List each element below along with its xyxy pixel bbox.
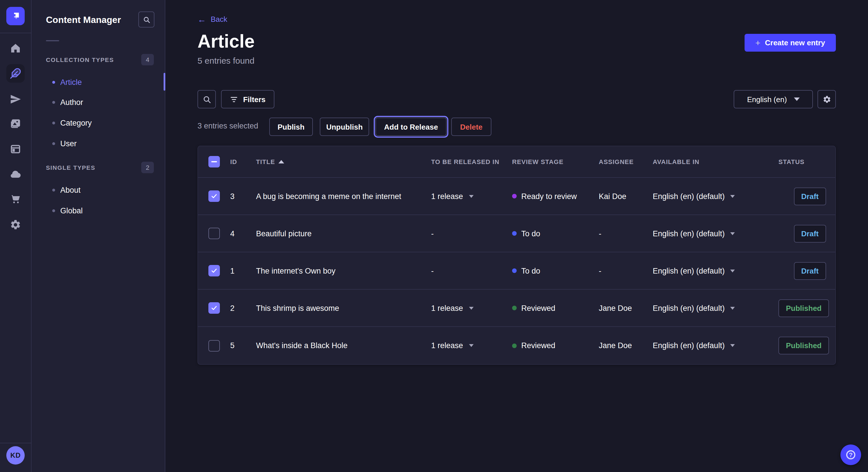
sidebar-item-category[interactable]: Category bbox=[52, 117, 92, 129]
bullet-icon bbox=[52, 189, 55, 191]
cell-release[interactable]: 1 release bbox=[431, 192, 512, 200]
cell-review-stage: Reviewed bbox=[512, 341, 599, 350]
header-assignee[interactable]: ASSIGNEE bbox=[599, 158, 653, 165]
help-button[interactable]: ? bbox=[840, 444, 861, 465]
plus-icon: + bbox=[755, 38, 761, 47]
settings-gear-icon[interactable] bbox=[10, 219, 21, 231]
back-label: Back bbox=[211, 15, 227, 24]
sidebar-item-user[interactable]: User bbox=[52, 138, 76, 149]
check-icon bbox=[211, 193, 218, 200]
strapi-logo[interactable] bbox=[6, 7, 25, 25]
chevron-down-icon bbox=[731, 269, 735, 272]
indeterminate-icon bbox=[211, 161, 217, 162]
delete-button[interactable]: Delete bbox=[451, 117, 491, 136]
media-library-icon[interactable] bbox=[10, 118, 21, 130]
page-title: Article bbox=[197, 31, 255, 52]
sidebar-item-about[interactable]: About bbox=[52, 184, 81, 196]
select-all-checkbox[interactable] bbox=[208, 156, 220, 167]
cell-available-in[interactable]: English (en) (default) bbox=[653, 304, 778, 312]
cell-title: This shrimp is awesome bbox=[256, 304, 431, 312]
cell-assignee: Jane Doe bbox=[599, 304, 653, 312]
rail-divider bbox=[0, 33, 32, 33]
header-status[interactable]: STATUS bbox=[778, 158, 835, 165]
chevron-down-icon bbox=[731, 195, 735, 198]
cell-available-in[interactable]: English (en) (default) bbox=[653, 229, 778, 238]
table-row[interactable]: 4 Beautiful picture - To do - English (e… bbox=[198, 215, 835, 252]
marketplace-cart-icon[interactable] bbox=[10, 193, 21, 205]
filters-label: Filters bbox=[243, 95, 266, 103]
content-manager-sidebar: Content Manager COLLECTION TYPES 4 Artic… bbox=[32, 0, 165, 472]
bullet-icon bbox=[52, 101, 55, 103]
table-header-row: ID TITLE TO BE RELEASED IN REVIEW STAGE … bbox=[198, 146, 835, 178]
table-row[interactable]: 2 This shrimp is awesome 1 release Revie… bbox=[198, 290, 835, 327]
sidebar-divider bbox=[46, 40, 59, 41]
table-row[interactable]: 3 A bug is becoming a meme on the intern… bbox=[198, 178, 835, 215]
create-new-entry-button[interactable]: + Create new entry bbox=[745, 34, 836, 52]
filters-button[interactable]: Filters bbox=[221, 90, 274, 108]
row-checkbox[interactable] bbox=[208, 228, 220, 239]
stage-dot-icon bbox=[512, 343, 517, 348]
content-type-builder-icon[interactable] bbox=[10, 143, 21, 155]
bullet-icon bbox=[52, 142, 55, 145]
cell-id: 4 bbox=[230, 229, 256, 238]
cell-title: What's inside a Black Hole bbox=[256, 341, 431, 350]
row-checkbox[interactable] bbox=[208, 265, 220, 276]
header-title-label: TITLE bbox=[256, 158, 275, 165]
cloud-icon[interactable] bbox=[10, 169, 21, 180]
header-to-be-released-in[interactable]: TO BE RELEASED IN bbox=[431, 158, 512, 165]
cell-assignee: Kai Doe bbox=[599, 192, 653, 200]
status-badge: Draft bbox=[794, 187, 826, 205]
cell-available-in[interactable]: English (en) (default) bbox=[653, 192, 778, 200]
cell-review-stage: Reviewed bbox=[512, 304, 599, 312]
home-icon[interactable] bbox=[10, 42, 21, 54]
cell-assignee: - bbox=[599, 229, 653, 238]
entries-table: ID TITLE TO BE RELEASED IN REVIEW STAGE … bbox=[197, 146, 836, 365]
content-manager-icon[interactable] bbox=[6, 64, 25, 82]
chevron-down-icon bbox=[469, 307, 473, 309]
chevron-down-icon bbox=[731, 344, 735, 347]
cell-release[interactable]: 1 release bbox=[431, 341, 512, 350]
row-checkbox[interactable] bbox=[208, 340, 220, 351]
search-icon bbox=[203, 95, 211, 103]
back-link[interactable]: ← Back bbox=[197, 15, 227, 24]
add-to-release-button[interactable]: Add to Release bbox=[375, 117, 446, 136]
table-row[interactable]: 1 The internet's Own boy - To do - Engli… bbox=[198, 252, 835, 290]
chevron-down-icon bbox=[469, 344, 473, 347]
back-arrow-icon: ← bbox=[197, 15, 206, 24]
cell-release[interactable]: 1 release bbox=[431, 304, 512, 312]
sidebar-item-article[interactable]: Article bbox=[52, 76, 82, 88]
selection-count: 3 entries selected bbox=[197, 122, 258, 130]
collection-types-count: 4 bbox=[141, 54, 154, 65]
sidebar-search-button[interactable] bbox=[138, 11, 154, 28]
sidebar-item-label: Category bbox=[60, 119, 92, 127]
cell-id: 1 bbox=[230, 266, 256, 275]
unpublish-button[interactable]: Unpublish bbox=[320, 117, 369, 136]
single-types-label: SINGLE TYPES bbox=[46, 164, 95, 171]
cell-available-in[interactable]: English (en) (default) bbox=[653, 266, 778, 275]
view-settings-button[interactable] bbox=[817, 90, 836, 108]
table-row[interactable]: 5 What's inside a Black Hole 1 release R… bbox=[198, 327, 835, 364]
publish-button[interactable]: Publish bbox=[269, 117, 313, 136]
stage-dot-icon bbox=[512, 268, 517, 273]
nav-rail: KD bbox=[0, 0, 32, 472]
locale-select[interactable]: English (en) bbox=[734, 90, 813, 108]
row-checkbox[interactable] bbox=[208, 302, 220, 314]
header-id[interactable]: ID bbox=[230, 158, 256, 165]
chevron-down-icon bbox=[731, 232, 735, 235]
sidebar-title: Content Manager bbox=[46, 15, 121, 25]
search-button[interactable] bbox=[197, 90, 216, 108]
sidebar-item-author[interactable]: Author bbox=[52, 96, 83, 108]
row-checkbox[interactable] bbox=[208, 191, 220, 202]
header-review-stage[interactable]: REVIEW STAGE bbox=[512, 158, 599, 165]
gear-icon bbox=[823, 95, 831, 103]
header-title[interactable]: TITLE bbox=[256, 158, 431, 165]
sidebar-item-label: Author bbox=[60, 98, 83, 106]
cell-review-stage: To do bbox=[512, 266, 599, 275]
sidebar-item-global[interactable]: Global bbox=[52, 205, 83, 216]
cell-available-in[interactable]: English (en) (default) bbox=[653, 341, 778, 350]
user-avatar[interactable]: KD bbox=[6, 446, 25, 465]
sidebar-item-label: Global bbox=[60, 206, 83, 215]
send-icon[interactable] bbox=[10, 94, 21, 105]
cell-release: - bbox=[431, 266, 512, 275]
header-available-in[interactable]: AVAILABLE IN bbox=[653, 158, 778, 165]
